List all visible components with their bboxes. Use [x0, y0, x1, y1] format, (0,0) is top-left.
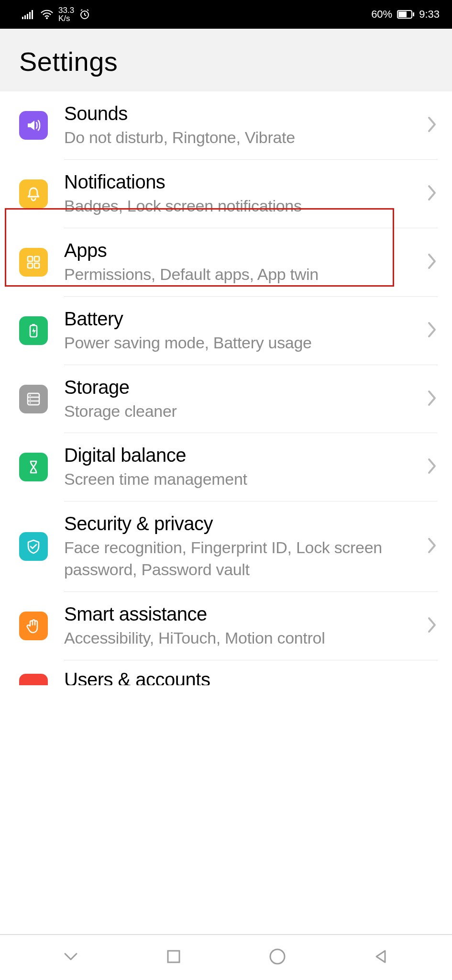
- svg-rect-0: [22, 17, 23, 19]
- item-subtitle: Do not disturb, Ringtone, Vibrate: [64, 127, 421, 149]
- chevron-right-icon: [427, 253, 438, 272]
- item-title: Digital balance: [64, 444, 421, 467]
- svg-rect-12: [28, 263, 33, 268]
- settings-item-battery[interactable]: Battery Power saving mode, Battery usage: [0, 297, 452, 365]
- svg-rect-13: [34, 263, 39, 268]
- chevron-right-icon: [427, 321, 438, 340]
- svg-rect-15: [32, 324, 35, 325]
- svg-rect-10: [28, 256, 33, 261]
- item-title: Users & accounts: [64, 668, 432, 685]
- item-content: Apps Permissions, Default apps, App twin: [48, 239, 427, 286]
- item-content: Users & accounts: [48, 671, 438, 685]
- nav-back-button[interactable]: [372, 947, 391, 968]
- users-icon: [19, 674, 48, 685]
- battery-setting-icon: [19, 316, 48, 345]
- settings-list: Sounds Do not disturb, Ringtone, Vibrate…: [0, 91, 452, 685]
- item-title: Storage: [64, 376, 421, 399]
- svg-rect-4: [32, 10, 33, 19]
- item-subtitle: Permissions, Default apps, App twin: [64, 264, 421, 286]
- apps-grid-icon: [19, 248, 48, 277]
- speed-number: 33.3: [58, 6, 74, 14]
- svg-point-5: [46, 17, 48, 19]
- item-subtitle: Screen time management: [64, 468, 421, 490]
- item-subtitle: Storage cleaner: [64, 401, 421, 423]
- item-subtitle: Accessibility, HiTouch, Motion control: [64, 627, 421, 649]
- settings-item-notifications[interactable]: Notifications Badges, Lock screen notifi…: [0, 160, 452, 228]
- settings-item-smart-assistance[interactable]: Smart assistance Accessibility, HiTouch,…: [0, 592, 452, 660]
- sound-icon: [19, 111, 48, 140]
- item-content: Smart assistance Accessibility, HiTouch,…: [48, 602, 427, 649]
- item-title: Notifications: [64, 170, 421, 193]
- clock-time: 9:33: [419, 8, 440, 21]
- chevron-right-icon: [427, 457, 438, 477]
- battery-icon: [397, 10, 414, 19]
- svg-rect-3: [29, 12, 31, 19]
- item-title: Apps: [64, 239, 421, 262]
- item-content: Notifications Badges, Lock screen notifi…: [48, 170, 427, 217]
- storage-icon: [19, 385, 48, 413]
- shield-icon: [19, 532, 48, 561]
- svg-rect-2: [27, 14, 28, 19]
- item-subtitle: Face recognition, Fingerprint ID, Lock s…: [64, 537, 421, 581]
- battery-percent: 60%: [371, 8, 392, 21]
- navigation-bar: [0, 934, 452, 980]
- item-title: Battery: [64, 307, 421, 330]
- chevron-right-icon: [427, 537, 438, 556]
- bell-icon: [19, 179, 48, 208]
- signal-icon: [22, 10, 35, 19]
- status-left: 33.3 K/s: [22, 6, 90, 22]
- item-content: Digital balance Screen time management: [48, 444, 427, 490]
- item-subtitle: Badges, Lock screen notifications: [64, 195, 421, 217]
- chevron-right-icon: [427, 116, 438, 135]
- svg-rect-1: [24, 15, 26, 19]
- hand-icon: [19, 612, 48, 640]
- item-subtitle: Power saving mode, Battery usage: [64, 332, 421, 354]
- settings-item-security[interactable]: Security & privacy Face recognition, Fin…: [0, 501, 452, 591]
- settings-item-digital-balance[interactable]: Digital balance Screen time management: [0, 433, 452, 501]
- settings-header: Settings: [0, 29, 452, 91]
- svg-rect-22: [168, 951, 179, 962]
- chevron-right-icon: [427, 616, 438, 635]
- item-title: Security & privacy: [64, 512, 421, 535]
- item-content: Battery Power saving mode, Battery usage: [48, 307, 427, 354]
- svg-point-23: [270, 949, 285, 964]
- settings-item-storage[interactable]: Storage Storage cleaner: [0, 365, 452, 433]
- hourglass-icon: [19, 453, 48, 481]
- svg-point-21: [30, 402, 31, 403]
- settings-item-sounds[interactable]: Sounds Do not disturb, Ringtone, Vibrate: [0, 91, 452, 159]
- svg-rect-9: [413, 12, 414, 16]
- alarm-icon: [79, 9, 90, 20]
- nav-recent-button[interactable]: [164, 947, 183, 968]
- item-content: Sounds Do not disturb, Ringtone, Vibrate: [48, 102, 427, 149]
- wifi-icon: [40, 9, 54, 20]
- nav-collapse-button[interactable]: [61, 947, 80, 968]
- svg-point-20: [30, 398, 31, 400]
- status-right: 60% 9:33: [371, 8, 440, 21]
- status-bar: 33.3 K/s 60% 9:33: [0, 0, 452, 29]
- page-title: Settings: [19, 46, 433, 77]
- network-speed: 33.3 K/s: [58, 6, 74, 22]
- item-title: Sounds: [64, 102, 421, 125]
- settings-item-apps[interactable]: Apps Permissions, Default apps, App twin: [0, 228, 452, 296]
- svg-rect-8: [398, 11, 407, 17]
- svg-point-19: [30, 394, 31, 396]
- speed-unit: K/s: [58, 14, 74, 22]
- settings-item-users-accounts[interactable]: Users & accounts: [0, 660, 452, 685]
- item-content: Storage Storage cleaner: [48, 376, 427, 423]
- item-content: Security & privacy Face recognition, Fin…: [48, 512, 427, 581]
- svg-rect-16: [28, 393, 39, 405]
- chevron-right-icon: [427, 390, 438, 409]
- item-title: Smart assistance: [64, 602, 421, 625]
- nav-home-button[interactable]: [267, 946, 288, 969]
- chevron-right-icon: [427, 184, 438, 203]
- svg-rect-11: [34, 256, 39, 261]
